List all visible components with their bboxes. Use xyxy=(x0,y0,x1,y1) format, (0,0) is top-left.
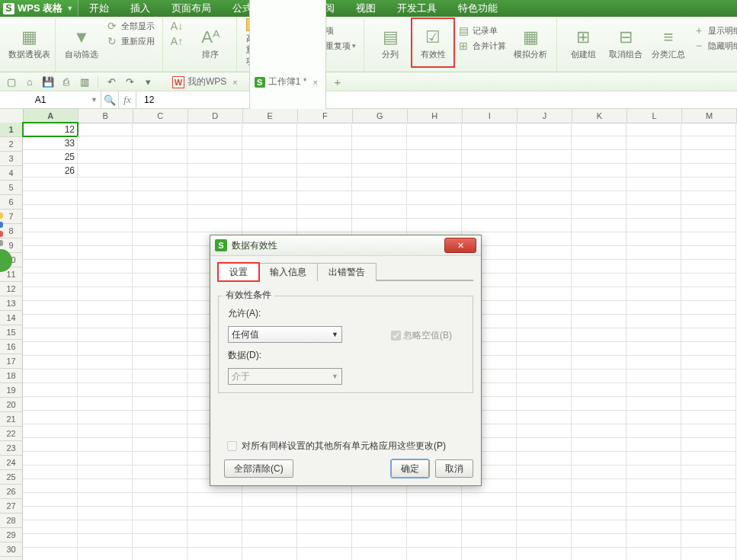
cell[interactable] xyxy=(626,328,681,342)
add-tab-button[interactable]: + xyxy=(331,75,344,88)
cell[interactable] xyxy=(517,136,572,150)
cell[interactable] xyxy=(626,136,681,150)
cell[interactable] xyxy=(352,534,407,548)
cell[interactable] xyxy=(407,219,462,232)
cell[interactable] xyxy=(517,520,572,534)
cell[interactable] xyxy=(626,301,681,315)
cell[interactable] xyxy=(517,507,572,520)
cell[interactable] xyxy=(352,520,407,534)
cell[interactable] xyxy=(681,342,736,356)
cell[interactable] xyxy=(78,520,133,534)
cell[interactable] xyxy=(352,136,407,150)
cell[interactable] xyxy=(187,164,242,178)
cell[interactable] xyxy=(626,164,681,178)
formula-input-area[interactable] xyxy=(136,91,737,108)
cell[interactable] xyxy=(78,219,133,232)
cell[interactable] xyxy=(23,274,78,287)
qat-undo-icon[interactable]: ↶ xyxy=(104,75,118,88)
cell[interactable] xyxy=(407,534,462,548)
cell[interactable] xyxy=(133,452,187,466)
cell[interactable] xyxy=(517,370,572,383)
cell[interactable] xyxy=(572,534,626,548)
cell[interactable] xyxy=(23,260,78,274)
cell[interactable] xyxy=(681,205,736,219)
cell[interactable] xyxy=(572,287,626,301)
row-header[interactable]: 28 xyxy=(0,514,23,528)
cell[interactable] xyxy=(462,150,517,164)
select-all-corner[interactable] xyxy=(0,109,24,123)
row-header[interactable]: 15 xyxy=(0,325,23,340)
menu-tab-开发工具[interactable]: 开发工具 xyxy=(386,0,447,17)
show-all-button[interactable]: ⟳全部显示 xyxy=(103,18,158,34)
cell[interactable] xyxy=(242,136,297,150)
app-label[interactable]: S WPS 表格 ▼ xyxy=(0,0,79,17)
column-header[interactable]: D xyxy=(188,109,243,123)
cell[interactable] xyxy=(517,383,572,397)
column-header[interactable]: M xyxy=(682,109,737,123)
row-header[interactable]: 3 xyxy=(0,152,23,166)
column-header[interactable]: A xyxy=(24,109,79,123)
cell[interactable] xyxy=(572,383,626,397)
row-header[interactable]: 23 xyxy=(0,441,23,456)
cell[interactable] xyxy=(462,136,517,150)
cell[interactable] xyxy=(23,507,78,520)
cell[interactable] xyxy=(23,466,78,479)
close-tab-icon[interactable]: × xyxy=(232,78,237,87)
cell[interactable] xyxy=(133,178,187,191)
cell[interactable] xyxy=(681,219,736,232)
cell[interactable] xyxy=(626,150,681,164)
cell[interactable] xyxy=(626,424,681,438)
name-box-chevron-icon[interactable]: ▼ xyxy=(91,96,98,104)
row-header[interactable]: 14 xyxy=(0,311,23,325)
sort-asc-button[interactable]: A↓ xyxy=(168,18,189,34)
cell[interactable] xyxy=(462,548,517,560)
cell[interactable] xyxy=(407,205,462,219)
row-header[interactable]: 17 xyxy=(0,354,23,369)
row-header[interactable]: 16 xyxy=(0,340,23,354)
row-header[interactable]: 30 xyxy=(0,542,23,557)
cell[interactable] xyxy=(23,191,78,205)
cell[interactable] xyxy=(78,150,133,164)
hide-detail-button[interactable]: −隐藏明细 xyxy=(690,38,737,53)
cell[interactable] xyxy=(78,370,133,383)
row-header[interactable]: 18 xyxy=(0,369,23,383)
cell[interactable] xyxy=(23,328,78,342)
cell[interactable] xyxy=(23,452,78,466)
cell[interactable] xyxy=(462,534,517,548)
cell[interactable] xyxy=(297,493,352,507)
cell[interactable] xyxy=(681,287,736,301)
cell[interactable] xyxy=(133,466,187,479)
qat-open-icon[interactable]: ⌂ xyxy=(23,75,37,88)
cell[interactable] xyxy=(626,356,681,370)
cell[interactable] xyxy=(572,301,626,315)
cell[interactable] xyxy=(626,548,681,560)
cell[interactable] xyxy=(242,507,297,520)
cell[interactable] xyxy=(626,232,681,246)
row-header[interactable]: 13 xyxy=(0,296,23,311)
cell[interactable] xyxy=(681,246,736,260)
cell[interactable] xyxy=(462,191,517,205)
cell[interactable] xyxy=(23,493,78,507)
cell[interactable] xyxy=(681,548,736,560)
cell[interactable] xyxy=(78,493,133,507)
cell[interactable] xyxy=(407,191,462,205)
cell[interactable]: 12 xyxy=(23,123,78,136)
cell[interactable] xyxy=(78,164,133,178)
cell[interactable] xyxy=(517,232,572,246)
cell[interactable] xyxy=(626,342,681,356)
cell[interactable] xyxy=(297,191,352,205)
cell[interactable] xyxy=(242,178,297,191)
cell[interactable] xyxy=(78,328,133,342)
cell[interactable] xyxy=(133,328,187,342)
cell[interactable] xyxy=(517,534,572,548)
cell[interactable] xyxy=(23,219,78,232)
cell[interactable] xyxy=(133,274,187,287)
row-header[interactable]: 24 xyxy=(0,456,23,470)
cell[interactable] xyxy=(681,164,736,178)
cell[interactable] xyxy=(517,246,572,260)
cell[interactable] xyxy=(681,424,736,438)
qat-save-icon[interactable]: 💾 xyxy=(41,75,55,88)
cell[interactable]: 33 xyxy=(23,136,78,150)
cell[interactable] xyxy=(297,150,352,164)
cell[interactable] xyxy=(133,438,187,452)
